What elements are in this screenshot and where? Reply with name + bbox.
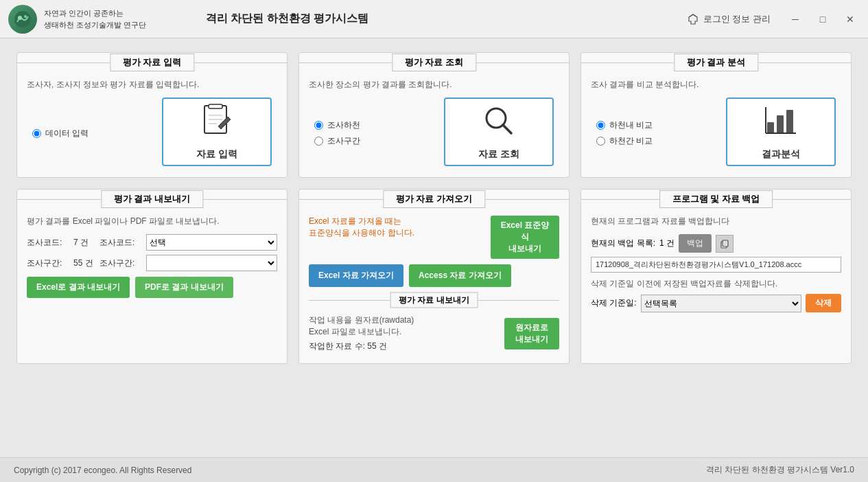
bottom-card-row: 평가 결과 내보내기 평가 결과를 Excel 파일이나 PDF 파일로 내보냅…: [16, 189, 852, 364]
svg-rect-12: [777, 115, 784, 133]
survey-section-select[interactable]: [146, 255, 277, 271]
svg-line-10: [503, 125, 511, 133]
export-buttons: Excel로 결과 내보내기 PDF로 결과 내보내기: [27, 277, 277, 298]
backup-copy-button[interactable]: [716, 235, 734, 253]
panel5-header: 평가 자료 가져오기: [299, 190, 569, 209]
backup-path-text: 17120908_격리차단된하천환경평가시스템V1.0_171208.accc: [591, 257, 841, 273]
panel-import: 평가 자료 가져오기 Excel 자료를 가져올 때는 표준양식을 사용해야 합…: [298, 189, 570, 364]
svg-rect-13: [786, 110, 793, 133]
panel2-title: 평가 자료 조회: [392, 54, 476, 71]
panel4-header: 평가 결과 내보내기: [17, 190, 287, 209]
data-input-icon: [199, 103, 235, 143]
top-card-row: 평가 자료 입력 조사자, 조사지 정보와 평가 자료를 입력합니다. 데이터 …: [16, 52, 852, 178]
excel-standard-button[interactable]: Excel 표준양식 내보내기: [491, 216, 559, 259]
result-analysis-icon: [763, 103, 799, 143]
panel3-title: 평가 결과 분석: [674, 54, 758, 71]
close-button[interactable]: ✕: [839, 8, 861, 30]
backup-button[interactable]: 백업: [679, 234, 712, 253]
survey-code-count: 7 건: [73, 237, 94, 249]
survey-code-select[interactable]: 선택: [146, 234, 277, 251]
import-row: Excel 자료 가져오기 Access 자료 가져오기: [309, 264, 559, 287]
survey-section-label2: 조사구간:: [99, 257, 141, 269]
panel3-radio-inriver[interactable]: 하천내 비교: [596, 119, 653, 131]
survey-section-count: 55 건: [73, 257, 94, 269]
panel-backup: 프로그램 및 자료 백업 현재의 프로그램과 자료를 백업합니다 현재의 백업 …: [580, 189, 852, 364]
login-button[interactable]: 로그인 정보 관리: [679, 10, 779, 28]
panel2-radio-river[interactable]: 조사하천: [314, 119, 360, 131]
panel-data-input: 평가 자료 입력 조사자, 조사지 정보와 평가 자료를 입력합니다. 데이터 …: [16, 52, 288, 178]
panel5-left: Excel 자료를 가져올 때는 표준양식을 사용해야 합니다.: [309, 216, 482, 244]
rawdata-count: 작업한 자료 수: 55 건: [309, 341, 499, 352]
version-text: 격리 차단된 하천환경 평가시스템 Ver1.0: [706, 464, 854, 476]
app-title: 격리 차단된 하천환경 평가시스템: [192, 12, 679, 26]
rawdata-row: 작업 내용을 원자료(rawdata) Excel 파일로 내보냅니다. 작업한…: [309, 314, 559, 352]
copyright-text: Copyrigth (c) 2017 econgeo. All Rights R…: [14, 466, 191, 475]
backup-path-row: 17120908_격리차단된하천환경평가시스템V1.0_171208.accc: [591, 257, 841, 273]
main-content: 평가 자료 입력 조사자, 조사지 정보와 평가 자료를 입력합니다. 데이터 …: [0, 38, 868, 378]
panel2-radio-group: 조사하천 조사구간: [314, 119, 360, 147]
delete-button[interactable]: 삭제: [806, 294, 841, 312]
panel1-header: 평가 자료 입력: [17, 53, 287, 72]
panel2-body: 조사한 장소의 평가 결과를 조회합니다. 조사하천 조사구간: [299, 79, 569, 166]
panel6-header: 프로그램 및 자료 백업: [581, 190, 851, 209]
panel2-radio-section[interactable]: 조사구간: [314, 135, 360, 147]
export-pdf-button[interactable]: PDF로 결과 내보내기: [135, 277, 233, 298]
logo-area: 자연과 인간이 공존하는 생태하천 조성기술개발 연구단: [0, 1, 192, 38]
panel3-header: 평가 결과 분석: [581, 53, 851, 72]
panel3-desc: 조사 결과를 비교 분석합니다.: [591, 79, 841, 91]
svg-rect-11: [767, 122, 774, 133]
panel3-radio-crossriver[interactable]: 하천간 비교: [596, 135, 653, 147]
survey-code-row: 조사코드: 7 건 조사코드: 선택: [27, 234, 277, 251]
export-excel-button[interactable]: Excel로 결과 내보내기: [27, 277, 130, 298]
panel-result-analysis: 평가 결과 분석 조사 결과를 비교 분석합니다. 하천내 비교 하천간 비교: [580, 52, 852, 178]
panel3-inner: 하천내 비교 하천간 비교: [591, 97, 841, 166]
svg-rect-4: [209, 104, 222, 108]
subpanel5-title: 평가 자료 내보내기: [390, 292, 478, 308]
panel1-radio-group: 데이터 입력: [32, 128, 89, 139]
panel4-body: 평가 결과를 Excel 파일이나 PDF 파일로 내보냅니다. 조사코드: 7…: [17, 216, 287, 298]
backup-count-value: 1 건: [659, 238, 675, 249]
survey-section-row: 조사구간: 55 건 조사구간:: [27, 255, 277, 271]
data-input-button[interactable]: 자료 입력: [162, 97, 272, 166]
panel5-buttons: Excel 표준양식 내보내기: [491, 216, 559, 264]
rawdata-desc: 작업 내용을 원자료(rawdata) Excel 파일로 내보냅니다. 작업한…: [309, 314, 499, 352]
survey-section-label: 조사구간:: [27, 257, 68, 269]
backup-count-label: 현재의 백업 목록:: [591, 238, 655, 249]
panel6-title: 프로그램 및 자료 백업: [659, 190, 773, 208]
panel4-title: 평가 결과 내보내기: [101, 190, 203, 208]
panel1-desc: 조사자, 조사지 정보와 평가 자료를 입력합니다.: [27, 79, 277, 91]
panel-export: 평가 결과 내보내기 평가 결과를 Excel 파일이나 PDF 파일로 내보냅…: [16, 189, 288, 364]
panel1-radio-data-input[interactable]: 데이터 입력: [32, 128, 89, 139]
panel1-inner: 데이터 입력: [27, 97, 277, 166]
svg-rect-17: [723, 240, 728, 246]
access-import-button[interactable]: Access 자료 가져오기: [409, 264, 511, 287]
panel5-desc: Excel 자료를 가져올 때는 표준양식을 사용해야 합니다.: [309, 216, 482, 239]
maximize-button[interactable]: □: [812, 8, 834, 30]
copy-icon: [720, 239, 729, 249]
minimize-button[interactable]: ─: [784, 8, 806, 30]
footer: Copyrigth (c) 2017 econgeo. All Rights R…: [0, 457, 868, 482]
survey-code-label2: 조사코드:: [99, 237, 141, 249]
panel3-body: 조사 결과를 비교 분석합니다. 하천내 비교 하천간 비교: [581, 79, 851, 166]
rawdata-export-button[interactable]: 원자료로 내보내기: [504, 318, 559, 349]
excel-import-button[interactable]: Excel 자료 가져오기: [309, 264, 403, 287]
backup-count-row: 현재의 백업 목록: 1 건 백업: [591, 234, 841, 253]
delete-date-select[interactable]: 선택목록: [641, 295, 801, 312]
delete-desc: 삭제 기준일 이전에 저장된 백업자료를 삭제합니다.: [591, 278, 841, 290]
titlebar: 자연과 인간이 공존하는 생태하천 조성기술개발 연구단 격리 차단된 하천환경…: [0, 0, 868, 38]
data-search-button[interactable]: 자료 조회: [444, 97, 554, 166]
delete-row: 삭제 기준일: 선택목록 삭제: [591, 294, 841, 312]
login-icon: [687, 13, 699, 25]
survey-code-label: 조사코드:: [27, 237, 68, 249]
panel1-title: 평가 자료 입력: [110, 54, 194, 71]
result-analysis-button[interactable]: 결과분석: [726, 97, 836, 166]
delete-date-label: 삭제 기준일:: [591, 297, 637, 309]
logo-text: 자연과 인간이 공존하는 생태하천 조성기술개발 연구단: [44, 8, 146, 30]
panel2-header: 평가 자료 조회: [299, 53, 569, 72]
panel5-title: 평가 자료 가져오기: [383, 190, 485, 208]
subpanel5-header: 평가 자료 내보내기: [309, 292, 559, 308]
panel5-body: Excel 자료를 가져올 때는 표준양식을 사용해야 합니다. Excel 표…: [299, 216, 569, 352]
panel1-body: 조사자, 조사지 정보와 평가 자료를 입력합니다. 데이터 입력: [17, 79, 287, 166]
panel2-inner: 조사하천 조사구간: [309, 97, 559, 166]
panel6-desc: 현재의 프로그램과 자료를 백업합니다: [591, 216, 841, 227]
